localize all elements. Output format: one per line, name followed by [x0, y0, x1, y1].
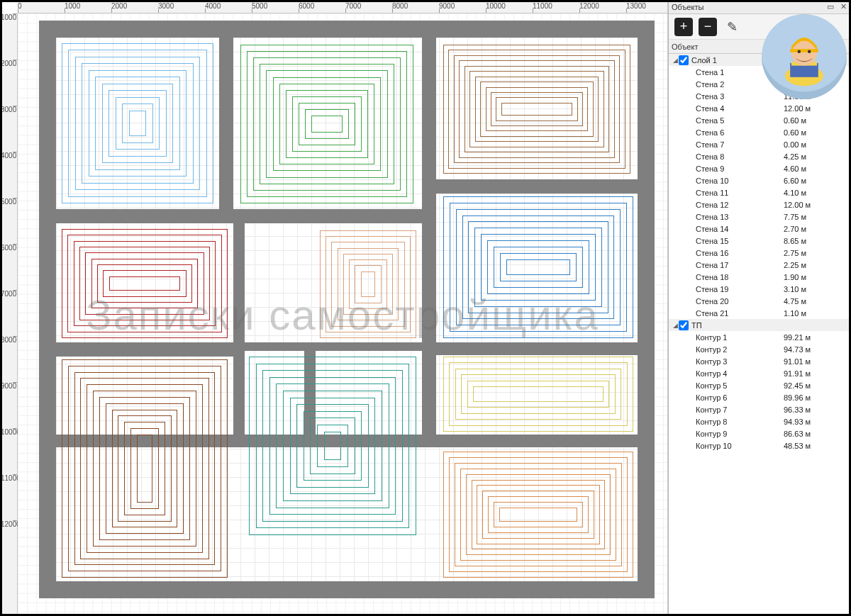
- heating-loop-room[interactable]: [442, 195, 635, 340]
- pipe-loop: [361, 271, 376, 298]
- heating-loop-room[interactable]: [60, 42, 215, 205]
- tree-item[interactable]: Контур 894.93 м: [669, 415, 851, 427]
- tree-item[interactable]: Стена 211.10 м: [669, 307, 851, 319]
- tree-item[interactable]: Контур 391.01 м: [669, 355, 851, 367]
- pipe-loop: [129, 111, 146, 136]
- ruler-tick: 10000: [486, 1, 533, 13]
- ruler-tick: 12000: [1, 520, 17, 566]
- ruler-tick: 4000: [1, 152, 17, 198]
- ruler-tick: 8000: [392, 1, 439, 13]
- tree-twisty-icon[interactable]: ◢: [672, 57, 679, 64]
- objects-panel: Объекты ▭ ✕ + − ✎ Объект Характеристика …: [668, 0, 851, 616]
- item-name: Стена 21: [672, 309, 784, 318]
- panel-undock-icon[interactable]: ▭: [825, 2, 835, 12]
- ruler-tick: 9000: [439, 1, 486, 13]
- item-value: 0.60 м: [784, 116, 851, 125]
- svg-point-5: [798, 50, 801, 54]
- item-value: 12.00 м: [784, 104, 851, 113]
- ruler-vertical: 1000200030004000500060007000800090001000…: [1, 13, 18, 615]
- pencil-icon: ✎: [727, 19, 738, 35]
- tree-item[interactable]: Контур 491.91 м: [669, 367, 851, 379]
- tree-item[interactable]: Контур 199.21 м: [669, 331, 851, 343]
- svg-rect-4: [790, 49, 818, 52]
- tree-item[interactable]: Контур 986.63 м: [669, 427, 851, 439]
- heating-loop-room[interactable]: [60, 228, 229, 340]
- tree-group[interactable]: ◢ТП: [669, 319, 851, 331]
- ruler-tick: 5000: [1, 198, 17, 244]
- heating-loop-room[interactable]: [318, 229, 418, 340]
- object-tree[interactable]: ◢Слой 1Стена 112.75 мСтена 20.00 мСтена …: [669, 54, 851, 616]
- tree-item[interactable]: Стена 94.60 м: [669, 162, 851, 174]
- item-value: 7.75 м: [784, 213, 851, 221]
- layer-visibility-checkbox[interactable]: [679, 55, 689, 65]
- item-value: 91.01 м: [784, 357, 851, 366]
- pipe-loop: [324, 432, 342, 461]
- ruler-tick: 8000: [1, 336, 17, 382]
- tree-item[interactable]: Стена 70.00 м: [669, 138, 851, 150]
- panel-titlebar: Объекты ▭ ✕: [669, 0, 851, 14]
- tree-item[interactable]: Стена 172.25 м: [669, 259, 851, 271]
- tree-twisty-icon[interactable]: ◢: [672, 322, 679, 329]
- add-button[interactable]: +: [674, 18, 693, 36]
- canvas-area[interactable]: 0100020003000400050006000700080009000100…: [0, 0, 668, 616]
- ruler-tick: 4000: [205, 1, 252, 13]
- tree-item[interactable]: Стена 50.60 м: [669, 114, 851, 126]
- tree-item[interactable]: Контур 1048.53 м: [669, 439, 851, 452]
- item-value: 2.25 м: [784, 261, 851, 269]
- ruler-tick: 6000: [1, 244, 17, 290]
- tree-item[interactable]: Стена 60.60 м: [669, 126, 851, 138]
- heating-loop-room[interactable]: [60, 358, 229, 579]
- floor-plan[interactable]: [39, 21, 663, 609]
- inner-wall: [425, 342, 638, 355]
- tree-item[interactable]: Контур 294.73 м: [669, 343, 851, 355]
- item-value: 4.10 м: [784, 189, 851, 197]
- edit-button[interactable]: ✎: [723, 18, 741, 36]
- item-name: Стена 6: [672, 128, 784, 137]
- drawing-stage[interactable]: Записки самостройщика: [18, 13, 667, 615]
- inner-wall: [422, 38, 436, 447]
- heating-loop-room[interactable]: [239, 43, 415, 205]
- tree-item[interactable]: Стена 193.10 м: [669, 283, 851, 295]
- layer-visibility-checkbox[interactable]: [679, 320, 689, 330]
- app-root: 0100020003000400050006000700080009000100…: [0, 0, 851, 616]
- plus-icon: +: [680, 19, 688, 34]
- tree-item[interactable]: Стена 158.65 м: [669, 235, 851, 247]
- ruler-tick: 12000: [579, 1, 626, 13]
- pipe-loop: [109, 276, 181, 291]
- svg-point-6: [808, 50, 811, 54]
- tree-item[interactable]: Контур 796.33 м: [669, 403, 851, 415]
- inner-wall: [430, 179, 638, 194]
- tree-item[interactable]: Стена 412.00 м: [669, 102, 851, 114]
- item-name: Контур 2: [672, 345, 784, 354]
- tree-item[interactable]: Стена 84.25 м: [669, 150, 851, 162]
- tree-item[interactable]: Контур 592.45 м: [669, 379, 851, 391]
- item-value: 1.10 м: [784, 309, 851, 318]
- tree-item[interactable]: Стена 106.60 м: [669, 174, 851, 186]
- item-value: 6.60 м: [784, 177, 851, 185]
- tree-item[interactable]: Стена 181.90 м: [669, 271, 851, 283]
- panel-title: Объекты: [672, 3, 703, 11]
- tree-item[interactable]: Стена 142.70 м: [669, 223, 851, 235]
- heating-loop-room[interactable]: [442, 355, 635, 433]
- item-name: Стена 5: [672, 116, 784, 125]
- item-name: Стена 18: [672, 273, 784, 281]
- panel-close-icon[interactable]: ✕: [838, 2, 848, 12]
- heating-loop-room[interactable]: [247, 355, 418, 537]
- pipe-loop: [137, 435, 152, 503]
- ruler-tick: 3000: [1, 106, 17, 152]
- tree-item[interactable]: Стена 1212.00 м: [669, 198, 851, 211]
- tree-item[interactable]: Стена 162.75 м: [669, 247, 851, 259]
- heating-loop-room[interactable]: [442, 450, 635, 579]
- tree-item[interactable]: Стена 114.10 м: [669, 186, 851, 198]
- inner-wall: [56, 209, 430, 223]
- tree-item[interactable]: Контур 689.96 м: [669, 391, 851, 403]
- remove-button[interactable]: −: [699, 18, 717, 36]
- tree-item[interactable]: Стена 204.75 м: [669, 295, 851, 307]
- tree-item[interactable]: Стена 137.75 м: [669, 211, 851, 223]
- ruler-tick: 1000: [1, 13, 17, 60]
- heating-loop-room[interactable]: [442, 43, 632, 175]
- item-name: Контур 7: [672, 405, 784, 414]
- item-name: Контур 6: [672, 393, 784, 402]
- item-value: 94.93 м: [784, 418, 851, 426]
- item-name: Стена 19: [672, 285, 784, 293]
